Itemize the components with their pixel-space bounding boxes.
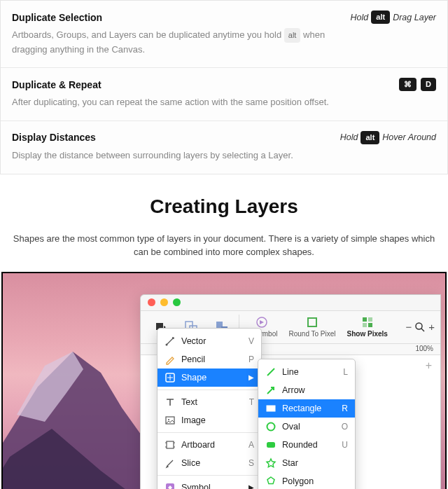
submenu-item-label: Polygon [282,476,314,486]
alt-key-inline: alt [284,28,301,43]
submenu-item-shortcut: O [342,422,348,432]
add-icon[interactable]: + [426,359,432,372]
submenu-item-label: Line [282,367,299,377]
toolbar-round-to-pixel[interactable]: Round To Pixel [284,315,340,339]
submenu-item-arrow[interactable]: Arrow [258,381,355,399]
menu-item-text[interactable]: TextT [158,393,261,411]
cmd-key-icon: ⌘ [399,78,416,91]
tip-title: Duplicate Selection [12,12,102,23]
menu-item-artboard[interactable]: ArtboardA [158,436,261,454]
symbol-icon [164,482,176,489]
menu-item-shortcut: V [248,336,254,346]
svg-rect-32 [267,406,275,411]
tip-display-distances: Display Distances Hold alt Hover Around … [1,121,447,174]
submenu-item-shortcut: L [343,367,348,377]
submenu-item-shortcut: R [342,404,348,413]
submenu-item-label: Rounded [282,440,318,450]
tips-list: Duplicate Selection Hold alt Drag Layer … [0,0,448,174]
shape-submenu[interactable]: LineLArrowRectangleROvalORoundedUStarPol… [258,359,356,489]
menu-item-shortcut: T [249,397,254,407]
menu-item-label: Symbol [181,483,211,489]
submenu-item-label: Star [282,458,298,468]
window-titlebar [141,295,440,310]
oval-icon [265,421,276,432]
submenu-item-rounded[interactable]: RoundedU [258,436,355,454]
close-icon[interactable] [148,298,155,306]
insert-menu[interactable]: VectorVPencilPShape▶TextTImageArtboardAS… [157,328,262,489]
svg-point-33 [267,422,275,430]
arrow-icon [265,385,276,396]
svg-point-16 [166,343,168,345]
rounded-icon [265,439,276,450]
tip-title: Display Distances [12,132,96,143]
slice-icon [164,457,176,469]
menu-item-label: Image [181,415,206,425]
submenu-item-polygon[interactable]: Polygon [258,472,355,489]
pencil-icon [164,354,176,365]
toolbar-zoom[interactable]: − + [405,321,435,333]
menu-item-symbol[interactable]: Symbol▶ [158,478,261,489]
menu-item-image[interactable]: Image [158,411,261,429]
menu-item-slice[interactable]: SliceS [158,454,261,472]
svg-rect-34 [267,442,275,448]
submenu-arrow-icon: ▶ [248,373,254,381]
menu-item-pencil[interactable]: PencilP [158,350,261,369]
star-icon [265,457,276,469]
image-icon [164,415,176,426]
svg-rect-10 [363,317,367,322]
tip-duplicate-repeat: Duplicate & Repeat ⌘ D After duplicating… [1,68,447,121]
submenu-item-line[interactable]: LineL [258,363,355,381]
zoom-icon[interactable] [173,298,181,306]
menu-item-label: Pencil [181,354,205,364]
artboard-icon [164,439,176,450]
submenu-item-label: Arrow [282,385,305,395]
submenu-item-rectangle[interactable]: RectangleR [258,399,355,418]
menu-item-label: Shape [181,373,206,383]
submenu-item-label: Rectangle [282,404,321,413]
line-icon [265,366,276,378]
submenu-item-star[interactable]: Star [258,454,355,472]
minimize-icon[interactable] [160,298,168,306]
shape-icon [164,372,176,383]
menu-item-vector[interactable]: VectorV [158,332,261,350]
polygon-icon [265,476,276,487]
svg-rect-22 [167,441,174,448]
tip-title: Duplicate & Repeat [12,79,102,90]
menu-item-label: Vector [181,336,206,346]
rect-icon [265,403,276,414]
svg-point-21 [168,419,169,420]
menu-item-shortcut: S [248,458,254,468]
svg-rect-12 [363,323,367,327]
tip-hint: Hold alt Hover Around [340,131,436,144]
menu-item-label: Artboard [181,440,215,450]
svg-rect-11 [368,317,372,322]
menu-item-label: Slice [181,458,200,468]
submenu-arrow-icon: ▶ [248,483,254,489]
screenshot-figure: te Symbol Round To Pixel Show Pixels − +… [1,272,447,489]
magnifier-icon [414,322,426,333]
tip-desc: Artboards, Groups, and Layers can be dup… [12,28,334,56]
tip-hint-keys: ⌘ D [399,78,436,91]
submenu-item-shortcut: U [342,440,348,450]
toolbar-show-pixels[interactable]: Show Pixels [343,315,392,339]
section-desc: Shapes are the most common type of layer… [0,232,448,272]
tip-desc: After duplicating, you can repeat the sa… [12,95,334,109]
tip-hint: Hold alt Drag Layer [351,11,436,24]
menu-item-shortcut: P [248,354,254,364]
svg-line-31 [267,387,274,394]
text-icon [164,397,176,408]
d-key-icon: D [421,78,436,91]
alt-key-icon: alt [371,11,390,24]
menu-item-shape[interactable]: Shape▶ [158,369,261,387]
submenu-item-oval[interactable]: OvalO [258,418,355,436]
svg-rect-13 [368,323,372,327]
tip-duplicate-selection: Duplicate Selection Hold alt Drag Layer … [1,1,447,68]
vector-icon [164,336,176,347]
menu-item-label: Text [181,397,197,407]
menu-item-shortcut: A [248,440,254,450]
tip-desc: Display the distance between surrounding… [12,149,334,163]
svg-point-14 [416,323,422,329]
svg-line-30 [267,369,274,376]
alt-key-icon: alt [360,131,379,144]
svg-rect-9 [308,318,316,326]
